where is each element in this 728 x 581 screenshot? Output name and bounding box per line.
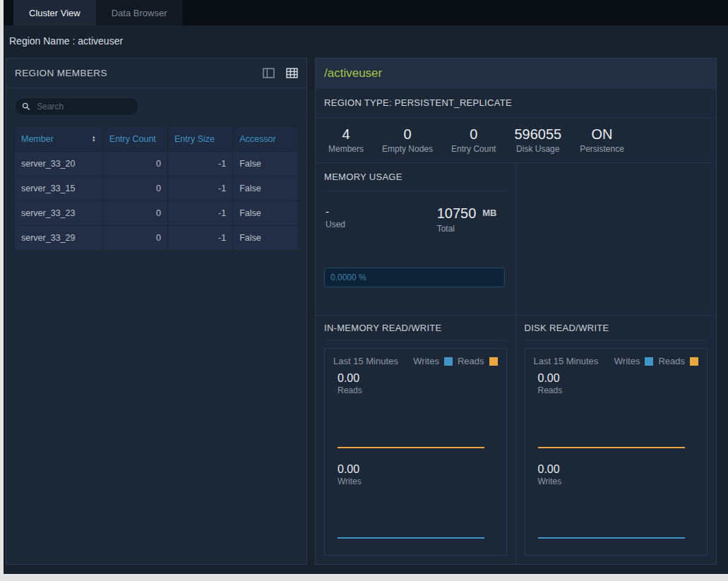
reads-sparkline (338, 398, 492, 452)
memory-section-spacer (516, 163, 717, 315)
memory-usage-title: MEMORY USAGE (324, 172, 507, 191)
memory-used-value: - (326, 205, 345, 217)
memory-values: - Used 10750 Total MB (324, 205, 507, 234)
in-memory-chart-box: Last 15 Minutes Writes Reads 0.00 Reads (324, 348, 507, 556)
app-window: Cluster View Data Browser Region Name : … (4, 0, 728, 574)
disk-chart-title: DISK READ/WRITE (525, 323, 708, 341)
writes-swatch-icon (645, 357, 653, 366)
reads-metric: 0.00 Reads (534, 372, 699, 395)
entry-size-cell: -1 (168, 226, 233, 251)
top-tab-bar: Cluster View Data Browser (4, 0, 728, 25)
reads-sparkline (538, 398, 693, 452)
accessor-cell: False (233, 201, 298, 226)
column-header-member-label: Member (21, 134, 54, 144)
chart-legend: Writes Reads (614, 356, 698, 366)
writes-label: Writes (338, 477, 498, 486)
region-stats-row: 4 Members 0 Empty Nodes 0 Entry Count 59… (316, 118, 716, 163)
members-table-header-row: Member ▲▼ Entry Count Entry Size Accesso… (15, 127, 298, 152)
reads-line (338, 447, 484, 448)
main-content: REGION MEMBERS (4, 56, 728, 573)
writes-line (538, 537, 686, 539)
region-members-header: REGION MEMBERS (6, 59, 306, 88)
legend-writes-label: Writes (413, 356, 439, 366)
region-title: /activeuser (324, 66, 382, 80)
tab-data-browser[interactable]: Data Browser (96, 0, 183, 25)
memory-total: 10750 Total MB (437, 205, 497, 234)
stat-value: ON (580, 126, 624, 143)
memory-usage-section: MEMORY USAGE - Used 10750 Total MB (316, 163, 716, 316)
reads-value: 0.00 (338, 372, 498, 385)
writes-value: 0.00 (538, 463, 699, 476)
writes-swatch-icon (444, 357, 453, 366)
detail-view-icon[interactable] (263, 67, 275, 79)
search-input[interactable] (35, 101, 132, 112)
writes-sparkline (338, 489, 492, 543)
in-memory-chart-title: IN-MEMORY READ/WRITE (324, 323, 507, 341)
memory-used: - Used (326, 205, 345, 234)
in-memory-chart-section: IN-MEMORY READ/WRITE Last 15 Minutes Wri… (316, 316, 516, 564)
view-toggle-group (263, 67, 298, 79)
writes-sparkline (538, 489, 693, 543)
member-name-cell[interactable]: server_33_29 (15, 226, 102, 251)
reads-swatch-icon (690, 357, 698, 366)
search-box[interactable] (15, 97, 139, 116)
member-name-cell[interactable]: server_33_23 (15, 201, 102, 226)
region-name-bar: Region Name : activeuser (4, 25, 728, 56)
table-row[interactable]: server_33_23 0 -1 False (15, 201, 298, 226)
reads-label: Reads (338, 385, 498, 395)
stat-label: Disk Usage (514, 144, 561, 154)
disk-chart-box: Last 15 Minutes Writes Reads 0.00 Reads (525, 348, 708, 556)
chart-meta-row: Last 15 Minutes Writes Reads (333, 356, 498, 366)
table-row[interactable]: server_33_20 0 -1 False (15, 152, 298, 176)
column-header-accessor[interactable]: Accessor (233, 127, 298, 152)
reads-value: 0.00 (538, 372, 699, 385)
column-header-entry-count[interactable]: Entry Count (102, 127, 167, 152)
stat-label: Entry Count (451, 144, 496, 154)
member-name-cell[interactable]: server_33_15 (15, 176, 102, 201)
stat-label: Persistence (580, 144, 624, 154)
writes-metric: 0.00 Writes (333, 463, 498, 486)
sort-icon[interactable]: ▲▼ (92, 136, 96, 143)
stat-label: Members (328, 144, 364, 154)
region-members-title: REGION MEMBERS (15, 68, 107, 78)
writes-line (338, 537, 484, 539)
writes-metric: 0.00 Writes (534, 463, 699, 486)
grid-view-icon[interactable] (286, 67, 298, 79)
stat-persistence: ON Persistence (580, 126, 624, 154)
column-header-member[interactable]: Member ▲▼ (15, 127, 102, 152)
reads-line (538, 447, 686, 448)
chart-time-label: Last 15 Minutes (333, 356, 398, 366)
entry-size-cell: -1 (168, 152, 233, 176)
tab-cluster-view[interactable]: Cluster View (13, 0, 96, 25)
entry-count-cell: 0 (102, 152, 167, 176)
chart-time-label: Last 15 Minutes (534, 356, 599, 366)
accessor-cell: False (233, 176, 298, 201)
legend-writes-label: Writes (614, 356, 640, 366)
accessor-cell: False (233, 226, 298, 251)
region-members-panel: REGION MEMBERS (6, 58, 307, 565)
memory-usage-meter: 0.0000 % (324, 268, 505, 287)
region-detail-panel: /activeuser REGION TYPE: PERSISTENT_REPL… (315, 58, 717, 565)
entry-size-cell: -1 (168, 176, 233, 201)
column-header-entry-size[interactable]: Entry Size (168, 127, 233, 152)
region-type-label: REGION TYPE: PERSISTENT_REPLICATE (316, 88, 716, 118)
reads-metric: 0.00 Reads (333, 372, 498, 395)
stat-value: 0 (382, 126, 433, 143)
memory-total-unit: MB (482, 208, 496, 234)
entry-count-cell: 0 (102, 201, 167, 226)
table-row[interactable]: server_33_29 0 -1 False (15, 226, 298, 251)
memory-usage-column: MEMORY USAGE - Used 10750 Total MB (316, 163, 516, 315)
memory-total-value: 10750 (437, 205, 477, 222)
reads-label: Reads (538, 385, 699, 395)
search-icon (22, 102, 30, 112)
stat-value: 0 (451, 126, 496, 143)
stat-empty-nodes: 0 Empty Nodes (382, 126, 433, 154)
stat-value: 596055 (514, 126, 561, 143)
table-row[interactable]: server_33_15 0 -1 False (15, 176, 298, 201)
member-name-cell[interactable]: server_33_20 (15, 152, 102, 176)
members-table: Member ▲▼ Entry Count Entry Size Accesso… (15, 127, 298, 250)
accessor-cell: False (233, 152, 298, 176)
entry-count-cell: 0 (102, 226, 167, 251)
memory-total-label: Total (437, 224, 477, 234)
chart-legend: Writes Reads (413, 356, 497, 366)
